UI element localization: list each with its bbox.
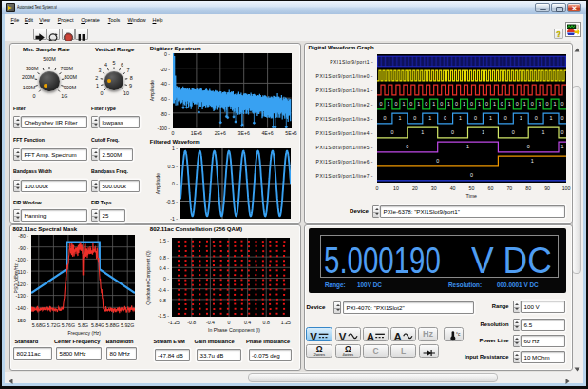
svg-text:0: 0 [485, 101, 488, 107]
svg-text:1: 1 [523, 101, 526, 107]
svg-text:1: 1 [387, 101, 389, 107]
svg-text:1: 1 [402, 101, 405, 107]
svg-text:1: 1 [508, 101, 511, 107]
svg-text:1: 1 [542, 129, 545, 135]
svg-text:0: 0 [451, 129, 454, 135]
svg-text:0: 0 [561, 129, 564, 135]
svg-text:0: 0 [394, 101, 397, 107]
svg-text:1: 1 [421, 129, 424, 135]
svg-text:0: 0 [535, 115, 538, 121]
svg-text:°c: °c [456, 331, 461, 336]
svg-text:0: 0 [546, 101, 549, 107]
svg-text:0: 0 [516, 101, 519, 107]
svg-text:1: 1 [466, 144, 469, 149]
svg-text:1: 1 [489, 115, 492, 121]
svg-text:0: 0 [527, 144, 530, 149]
svg-text:0: 0 [501, 101, 503, 107]
svg-text:0: 0 [531, 101, 534, 107]
svg-text:1: 1 [493, 101, 496, 107]
svg-text:0: 0 [406, 144, 408, 149]
svg-text:0: 0 [413, 115, 416, 121]
svg-text:0: 0 [380, 101, 383, 107]
svg-text:1: 1 [554, 101, 557, 107]
svg-text:1: 1 [482, 129, 484, 135]
svg-text:1: 1 [463, 101, 465, 107]
svg-text:0: 0 [561, 115, 564, 121]
svg-text:1: 1 [478, 101, 481, 107]
svg-text:0: 0 [561, 101, 564, 107]
svg-text:0: 0 [390, 129, 393, 135]
svg-text:1: 1 [459, 115, 462, 121]
svg-text:1: 1 [531, 158, 534, 164]
svg-text:0: 0 [409, 101, 412, 107]
svg-text:1: 1 [550, 115, 553, 121]
svg-text:0: 0 [470, 172, 473, 178]
svg-text:1: 1 [561, 144, 564, 149]
svg-text:0: 0 [436, 158, 439, 164]
svg-text:V: V [338, 330, 346, 341]
svg-text:1: 1 [398, 115, 401, 121]
svg-text:0: 0 [384, 115, 387, 121]
svg-text:0: 0 [444, 115, 446, 121]
svg-text:0: 0 [455, 101, 458, 107]
svg-text:A: A [366, 330, 374, 341]
svg-text:0: 0 [470, 101, 473, 107]
svg-text:0: 0 [425, 101, 427, 107]
svg-text:0: 0 [440, 101, 443, 107]
svg-text:V: V [310, 330, 317, 341]
svg-text:1: 1 [520, 115, 522, 121]
svg-text:1: 1 [447, 101, 450, 107]
svg-text:A: A [393, 330, 402, 341]
svg-text:1: 1 [539, 101, 541, 107]
svg-text:0: 0 [474, 115, 477, 121]
svg-text:1: 1 [417, 101, 420, 107]
svg-text:0: 0 [512, 129, 515, 135]
svg-text:1: 1 [428, 115, 431, 121]
svg-text:1: 1 [432, 101, 435, 107]
svg-text:0: 0 [504, 115, 507, 121]
